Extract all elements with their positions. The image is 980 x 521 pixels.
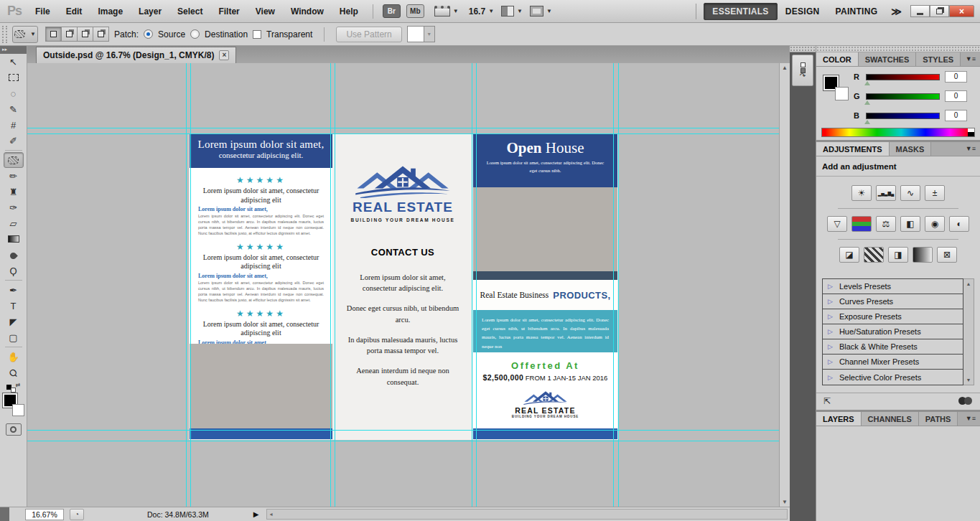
menu-edit[interactable]: Edit	[58, 1, 90, 22]
chevron-down-icon[interactable]: ▼	[546, 8, 552, 14]
brightness-contrast-icon[interactable]: ☀	[851, 185, 872, 201]
gradient-tool[interactable]	[4, 231, 24, 247]
destination-radio[interactable]	[190, 29, 200, 39]
hand-tool[interactable]: ✋	[4, 349, 24, 365]
preset-exposure[interactable]: ▷Exposure Presets	[823, 309, 963, 324]
photo-filter-icon[interactable]: ◉	[925, 216, 945, 232]
levels-icon[interactable]: ▂▅▃▇▄	[876, 185, 896, 201]
canvas-horizontal-scrollbar[interactable]: ◂	[266, 509, 788, 520]
scroll-up-icon[interactable]: ▲	[782, 65, 788, 71]
dock-grip[interactable]	[816, 46, 980, 52]
canvas-vertical-scrollbar[interactable]: ▲ ▼	[779, 63, 790, 507]
menu-help[interactable]: Help	[332, 1, 366, 22]
chevron-down-icon[interactable]: ▼	[517, 8, 523, 14]
workspace-design[interactable]: DESIGN	[778, 4, 828, 19]
slider-thumb[interactable]	[864, 120, 870, 124]
preset-curves[interactable]: ▷Curves Presets	[823, 294, 963, 309]
zoom-level-control[interactable]: 16.7	[469, 6, 485, 17]
transparent-checkbox[interactable]	[253, 30, 261, 39]
status-menu-arrow-icon[interactable]: ▶	[253, 510, 259, 518]
disclosure-triangle-icon[interactable]: ▷	[828, 283, 833, 290]
workspace-overflow-chevron[interactable]: ≫	[891, 6, 902, 17]
tab-color[interactable]: COLOR	[816, 52, 859, 66]
scroll-up-icon[interactable]: ▲	[966, 281, 971, 286]
blur-tool[interactable]	[4, 247, 24, 263]
disclosure-triangle-icon[interactable]: ▷	[828, 343, 833, 350]
lasso-tool[interactable]: ◌	[4, 85, 24, 101]
resize-grip[interactable]	[0, 507, 9, 521]
use-pattern-button[interactable]: Use Pattern	[336, 27, 401, 42]
gradient-map-icon[interactable]	[913, 247, 933, 263]
menu-filter[interactable]: Filter	[210, 1, 247, 22]
path-selection-tool[interactable]: ◤	[4, 314, 24, 329]
source-radio[interactable]	[144, 29, 153, 39]
add-selection-button[interactable]	[61, 27, 78, 42]
scroll-down-icon[interactable]: ▼	[966, 377, 971, 382]
history-panel-button[interactable]: ↷	[792, 55, 813, 86]
canvas-area[interactable]: Lorem ipsum dolor sit amet, consectetur …	[27, 63, 779, 507]
selective-color-icon[interactable]: ⊠	[937, 247, 957, 263]
source-label[interactable]: Source	[158, 29, 185, 39]
rectangle-tool[interactable]: ▢	[4, 329, 24, 345]
menu-layer[interactable]: Layer	[131, 1, 169, 22]
dodge-tool[interactable]: Ϙ	[4, 263, 24, 278]
blue-value-field[interactable]: 0	[945, 110, 967, 121]
panel-strip-grip[interactable]	[790, 46, 816, 52]
eraser-tool[interactable]: ▱	[4, 215, 24, 231]
zoom-tool[interactable]: Ϙ	[4, 365, 24, 380]
pen-tool[interactable]: ✒	[4, 282, 24, 298]
panel-menu-icon[interactable]: ▼≡	[961, 52, 980, 66]
tab-masks[interactable]: MASKS	[890, 142, 932, 156]
color-balance-icon[interactable]: ⚖	[876, 216, 896, 232]
crop-tool[interactable]: #	[4, 117, 24, 133]
invert-icon[interactable]: ◪	[839, 247, 859, 263]
scroll-left-icon[interactable]: ◂	[270, 511, 273, 517]
menu-window[interactable]: Window	[283, 1, 332, 22]
menu-file[interactable]: File	[27, 1, 58, 22]
quick-selection-tool[interactable]: ✎	[4, 101, 24, 117]
tools-panel-collapse-arrows[interactable]: ▸▸	[0, 46, 27, 54]
quick-mask-button[interactable]	[6, 423, 22, 436]
disclosure-triangle-icon[interactable]: ▷	[828, 313, 833, 320]
channel-mixer-icon[interactable]: ◐	[949, 216, 969, 232]
workspace-painting[interactable]: PAINTING	[828, 4, 886, 19]
chevron-down-icon[interactable]: ▼	[488, 8, 494, 14]
expanded-view-icon[interactable]: ⇱	[823, 396, 831, 406]
screen-mode-icon[interactable]	[530, 6, 543, 17]
menu-view[interactable]: View	[248, 1, 283, 22]
color-spectrum-bar[interactable]	[821, 128, 975, 137]
current-tool-preview[interactable]: ▼	[12, 26, 38, 43]
preset-levels[interactable]: ▷Levels Presets	[823, 279, 963, 294]
posterize-icon[interactable]	[864, 247, 884, 263]
exposure-icon[interactable]: ±	[925, 185, 945, 201]
blue-slider[interactable]	[866, 113, 940, 119]
tab-layers[interactable]: LAYERS	[816, 412, 862, 426]
red-slider[interactable]	[866, 74, 940, 80]
threshold-icon[interactable]: ◨	[888, 247, 908, 263]
presets-scrollbar[interactable]: ▲ ▼	[963, 278, 974, 385]
document-tab[interactable]: Outside.psd @ 16.7% (Design_1, CMYK/8) ×	[36, 47, 236, 63]
panel-menu-icon[interactable]: ▼≡	[961, 142, 980, 156]
history-brush-tool[interactable]: ✑	[4, 200, 24, 215]
black-swatch[interactable]	[968, 132, 974, 136]
rectangular-marquee-tool[interactable]	[4, 70, 24, 85]
new-selection-button[interactable]	[45, 27, 62, 42]
menu-image[interactable]: Image	[90, 1, 131, 22]
disclosure-triangle-icon[interactable]: ▷	[828, 374, 833, 381]
eyedropper-tool[interactable]: ✐	[4, 133, 24, 149]
status-options-icon[interactable]: ◔	[70, 509, 84, 520]
intersect-selection-button[interactable]	[93, 27, 109, 42]
tab-swatches[interactable]: SWATCHES	[859, 52, 917, 66]
transparent-label[interactable]: Transparent	[266, 29, 312, 39]
close-document-icon[interactable]: ×	[219, 50, 229, 60]
tab-adjustments[interactable]: ADJUSTMENTS	[816, 142, 890, 156]
swap-colors-icon[interactable]: ⇄	[6, 383, 21, 392]
pattern-picker[interactable]: ▼	[407, 26, 435, 42]
green-slider[interactable]	[866, 93, 940, 100]
scroll-down-icon[interactable]: ▼	[782, 499, 788, 505]
clone-stamp-tool[interactable]: ♜	[4, 184, 24, 200]
close-button[interactable]: ×	[949, 5, 974, 17]
disclosure-triangle-icon[interactable]: ▷	[828, 328, 833, 335]
clip-to-layer-icon[interactable]	[958, 397, 973, 405]
tab-styles[interactable]: STYLES	[916, 52, 961, 66]
